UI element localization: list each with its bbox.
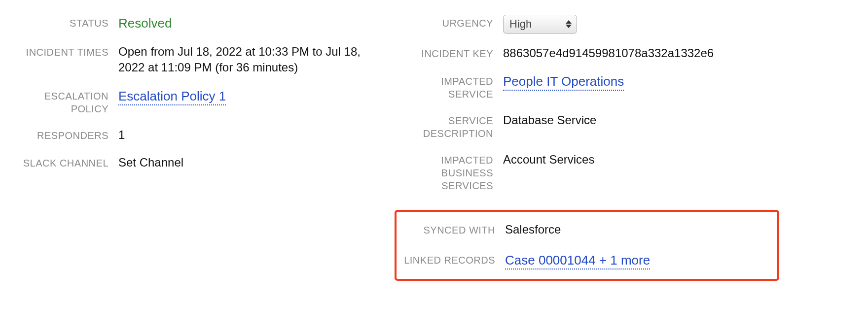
slack-channel-value[interactable]: Set Channel (118, 155, 395, 170)
synced-with-value: Salesforce (505, 222, 777, 237)
escalation-policy-label: ESCALATION POLICY (10, 88, 118, 115)
select-arrows-icon (566, 20, 572, 28)
incident-key-label: INCIDENT KEY (395, 45, 503, 60)
incident-details: STATUS Resolved INCIDENT TIMES Open from… (0, 0, 868, 296)
urgency-label: URGENCY (395, 15, 503, 30)
escalation-policy-row: ESCALATION POLICY Escalation Policy 1 (10, 88, 395, 115)
incident-times-label: INCIDENT TIMES (10, 44, 118, 59)
impacted-service-label: IMPACTED SERVICE (395, 73, 503, 101)
synced-with-label: SYNCED WITH (397, 222, 505, 236)
service-description-value: Database Service (503, 112, 779, 128)
urgency-select[interactable]: High (503, 15, 577, 34)
urgency-row: URGENCY High (395, 15, 779, 34)
synced-with-row: SYNCED WITH Salesforce (397, 222, 777, 237)
linked-records-link[interactable]: Case 00001044 + 1 more (505, 253, 650, 269)
status-row: STATUS Resolved (10, 15, 395, 32)
incident-key-row: INCIDENT KEY 8863057e4d91459981078a332a1… (395, 45, 779, 61)
impacted-service-link[interactable]: People IT Operations (503, 74, 624, 91)
urgency-value-cell: High (503, 15, 779, 34)
escalation-policy-link[interactable]: Escalation Policy 1 (118, 89, 226, 105)
service-description-label: SERVICE DESCRIPTION (395, 112, 503, 140)
synced-highlight-box: SYNCED WITH Salesforce LINKED RECORDS Ca… (395, 210, 779, 280)
incident-key-value: 8863057e4d91459981078a332a1332e6 (503, 45, 779, 61)
impacted-service-row: IMPACTED SERVICE People IT Operations (395, 73, 779, 101)
incident-times-row: INCIDENT TIMES Open from Jul 18, 2022 at… (10, 44, 395, 76)
urgency-select-value: High (509, 17, 561, 32)
incident-times-value: Open from Jul 18, 2022 at 10:33 PM to Ju… (118, 44, 385, 76)
left-column: STATUS Resolved INCIDENT TIMES Open from… (10, 15, 395, 281)
impacted-business-services-row: IMPACTED BUSINESS SERVICES Account Servi… (395, 152, 779, 192)
impacted-business-services-label: IMPACTED BUSINESS SERVICES (395, 152, 503, 192)
right-column: URGENCY High INCIDENT KEY 8863057e4d9145… (395, 15, 779, 281)
linked-records-label: LINKED RECORDS (397, 252, 505, 267)
linked-records-row: LINKED RECORDS Case 00001044 + 1 more (397, 252, 777, 269)
service-description-row: SERVICE DESCRIPTION Database Service (395, 112, 779, 140)
status-value: Resolved (118, 15, 395, 32)
responders-value: 1 (118, 127, 395, 143)
status-label: STATUS (10, 15, 118, 30)
responders-row: RESPONDERS 1 (10, 127, 395, 143)
impacted-business-services-value: Account Services (503, 152, 779, 168)
responders-label: RESPONDERS (10, 127, 118, 142)
slack-channel-label: SLACK CHANNEL (10, 155, 118, 169)
slack-channel-row: SLACK CHANNEL Set Channel (10, 155, 395, 170)
